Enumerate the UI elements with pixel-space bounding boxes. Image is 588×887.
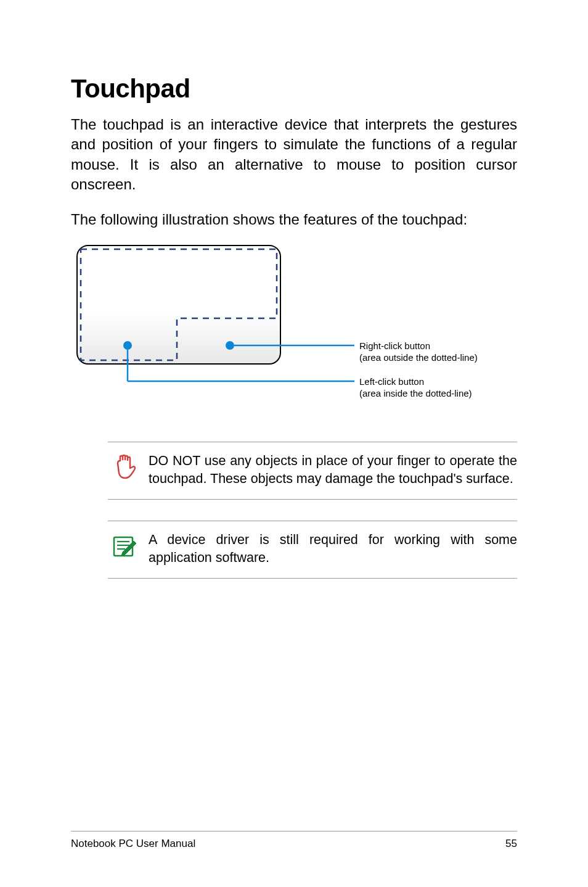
page-footer: Notebook PC User Manual 55 <box>71 831 517 850</box>
warning-callout: DO NOT use any objects in place of your … <box>108 442 517 500</box>
warning-text: DO NOT use any objects in place of your … <box>142 452 517 488</box>
note-callout: A device driver is still required for wo… <box>108 521 517 579</box>
right-click-label-line1: Right-click button <box>359 340 478 352</box>
left-click-label-line1: Left-click button <box>359 376 472 388</box>
page-title: Touchpad <box>71 74 517 104</box>
right-click-label-line2: (area outside the dotted-line) <box>359 352 478 364</box>
hand-stop-icon <box>108 452 142 484</box>
paragraph-intro: The touchpad is an interactive device th… <box>71 115 517 195</box>
right-click-label: Right-click button (area outside the dot… <box>359 340 478 364</box>
paragraph-illustration-lead: The following illustration shows the fea… <box>71 210 517 229</box>
note-text: A device driver is still required for wo… <box>142 531 517 567</box>
footer-page-number: 55 <box>505 838 517 850</box>
svg-point-1 <box>226 341 234 350</box>
note-pencil-icon <box>108 531 142 561</box>
left-click-label-line2: (area inside the dotted-line) <box>359 388 472 400</box>
footer-doc-title: Notebook PC User Manual <box>71 838 195 850</box>
left-click-label: Left-click button (area inside the dotte… <box>359 376 472 400</box>
touchpad-diagram: Right-click button (area outside the dot… <box>71 244 515 417</box>
svg-point-3 <box>123 341 132 350</box>
